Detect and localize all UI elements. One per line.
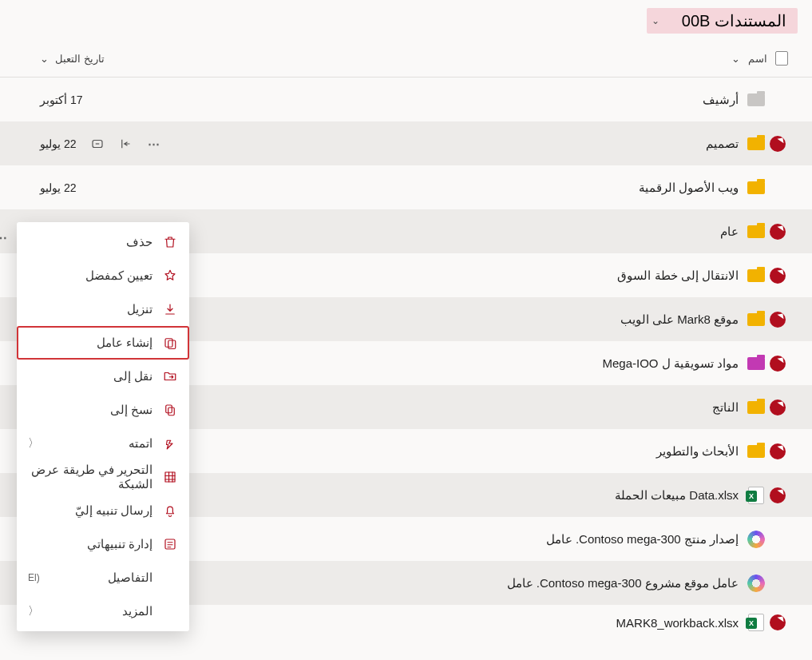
menu-item-star[interactable]: تعيين كمفضل: [17, 259, 189, 292]
sync-badge-icon: [770, 487, 786, 503]
item-name: ويب الأصول الرقمية: [639, 181, 739, 195]
sync-badge-icon: [770, 268, 786, 284]
blank-icon: [162, 603, 178, 619]
excel-file-icon: [748, 487, 764, 504]
menu-item-label: التفاصيل: [50, 571, 152, 585]
folder-icon: [747, 269, 765, 282]
more-actions-trigger[interactable]: ⋯: [0, 230, 9, 245]
folder-icon: [747, 137, 765, 150]
file-row[interactable]: تصميم ⋯ 22 يوليو: [0, 121, 812, 165]
sync-badge-icon: [770, 443, 786, 459]
sync-badge-icon: [770, 224, 786, 240]
item-name: أرشيف: [703, 93, 739, 107]
modified-date: 22 يوليو: [40, 181, 76, 194]
menu-item-trash[interactable]: حذف: [17, 225, 189, 259]
menu-item-label: إرسال تنبيه إليّ: [28, 503, 152, 518]
folder-icon: [747, 313, 765, 326]
download-icon: [162, 301, 178, 317]
sync-badge-icon: [770, 136, 786, 152]
item-name: مواد تسويقية ل Mega-IOO: [602, 356, 739, 371]
chevron-down-icon: ⌄: [652, 15, 660, 26]
link-icon[interactable]: [90, 137, 105, 151]
item-name: الأبحاث والتطوير: [656, 444, 739, 459]
modified-date: 22 يوليو: [40, 137, 76, 150]
library-title-dropdown[interactable]: المستندات 00B ⌄: [647, 8, 798, 34]
item-name: MARK8_workback.xlsx: [616, 616, 739, 630]
chevron-down-icon: ⌄: [40, 53, 49, 65]
menu-item-label: المزيد: [49, 604, 152, 618]
svg-rect-5: [168, 408, 175, 415]
menu-item-moveto[interactable]: نقل إلى: [17, 360, 189, 393]
column-headers: اسم ⌄ تاريخ التعبل ⌄: [0, 40, 812, 78]
menu-item-label: إدارة تنبيهاتي: [28, 537, 152, 551]
chevron-left-icon: 〈: [28, 436, 39, 451]
chevron-left-icon: 〈: [28, 604, 39, 618]
menu-item-label: التحرير في طريقة عرض الشبكة: [28, 463, 152, 491]
menu-item-label: إنشاء عامل: [28, 336, 152, 350]
sync-badge-icon: [770, 356, 786, 372]
chevron-down-icon: ⌄: [731, 53, 740, 65]
folder-icon: [747, 93, 765, 106]
more-actions-icon[interactable]: ⋯: [148, 137, 161, 151]
menu-item-label: نقل إلى: [28, 369, 152, 384]
star-icon: [162, 268, 178, 284]
menu-item-grid[interactable]: التحرير في طريقة عرض الشبكة: [17, 460, 189, 494]
item-name: Data.xlsx مبيعات الحملة: [615, 488, 739, 503]
menu-item-copyto[interactable]: نسخ إلى: [17, 393, 189, 427]
copyto-icon: [162, 402, 178, 418]
menu-item-download[interactable]: تنزيل: [17, 292, 189, 326]
folder-icon: [747, 225, 765, 238]
folder-icon: [747, 357, 765, 370]
folder-icon: [747, 181, 765, 194]
folder-icon: [747, 445, 765, 458]
item-name: عامل موقع مشروع Contoso mega-300. عامل: [507, 576, 739, 590]
file-row[interactable]: ويب الأصول الرقمية22 يوليو: [0, 165, 812, 209]
item-name: الناتج: [712, 400, 739, 415]
menu-item-agent[interactable]: إنشاء عامل: [17, 326, 189, 360]
svg-rect-6: [165, 472, 175, 482]
menu-item-label: حذف: [28, 235, 152, 249]
excel-file-icon: [748, 614, 764, 631]
menu-item-more[interactable]: المزيد〈: [17, 594, 189, 628]
menu-item-label: تعيين كمفضل: [28, 268, 152, 283]
agent-icon: [162, 335, 178, 351]
item-name: عام: [720, 225, 739, 239]
bell-icon: [162, 503, 178, 519]
copilot-agent-icon: [747, 531, 765, 548]
svg-rect-2: [165, 339, 172, 348]
moveto-icon: [162, 368, 178, 384]
menu-item-label: نسخ إلى: [28, 403, 152, 417]
library-title: المستندات 00B: [682, 11, 786, 30]
share-icon[interactable]: [119, 137, 133, 151]
item-name: موقع Mark8 على الويب: [620, 312, 739, 327]
item-name: الانتقال إلى خطة السوق: [617, 268, 739, 283]
context-menu: ⋯ حذفتعيين كمفضلتنزيلإنشاء عاملنقل إلىنس…: [17, 222, 189, 631]
menu-item-bell[interactable]: إرسال تنبيه إليّ: [17, 494, 189, 527]
copilot-agent-icon: [747, 575, 765, 592]
manage-alerts-icon: [162, 536, 178, 552]
folder-icon: [747, 401, 765, 414]
menu-item-label: اتمته: [49, 436, 152, 451]
svg-rect-3: [168, 340, 176, 349]
menu-item-details[interactable]: التفاصيل(El: [17, 561, 189, 594]
menu-item-automate[interactable]: اتمته〈: [17, 427, 189, 460]
trash-icon: [162, 234, 178, 250]
modified-date: 17 أكتوبر: [40, 93, 82, 106]
file-row[interactable]: أرشيف17 أكتوبر: [0, 78, 812, 121]
menu-item-label: تنزيل: [28, 302, 152, 316]
details-icon: [162, 570, 178, 586]
menu-item-manage-alerts[interactable]: إدارة تنبيهاتي: [17, 527, 189, 561]
column-date[interactable]: تاريخ التعبل ⌄: [40, 53, 105, 65]
automate-icon: [162, 435, 178, 451]
sync-badge-icon: [770, 312, 786, 328]
item-name: تصميم: [706, 137, 739, 151]
document-outline-icon: [775, 51, 788, 66]
column-name[interactable]: اسم ⌄: [731, 51, 788, 66]
item-name: إصدار منتج Contoso mega-300. عامل: [546, 532, 739, 547]
svg-rect-4: [166, 405, 172, 413]
sync-badge-icon: [770, 400, 786, 415]
sync-badge-icon: [770, 614, 786, 630]
grid-icon: [162, 469, 178, 485]
